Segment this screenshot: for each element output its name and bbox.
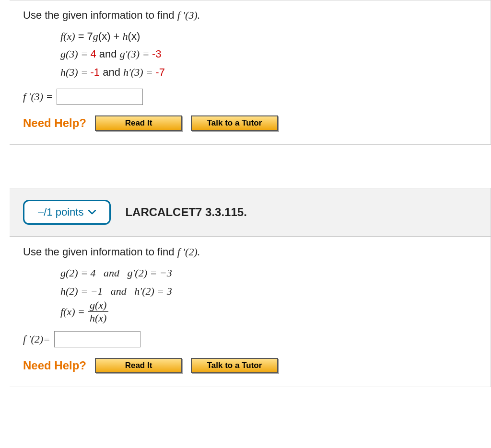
value-neg7: -7: [155, 66, 165, 78]
question-2-instruction: Use the given information to find f ′(2)…: [23, 246, 477, 258]
talk-to-tutor-button[interactable]: Talk to a Tutor: [191, 358, 278, 373]
value-4: 4: [91, 48, 96, 60]
given-line-1: g(2) = 4 and g′(2) = −3: [60, 264, 477, 282]
answer-row-2: f ′(2)=: [23, 331, 477, 347]
value-neg1: -1: [91, 66, 100, 78]
talk-to-tutor-button[interactable]: Talk to a Tutor: [191, 115, 278, 131]
instruction-text: Use the given information to find: [23, 9, 177, 21]
and: and: [96, 48, 120, 60]
chevron-down-icon: [88, 210, 96, 215]
plus: +: [111, 30, 123, 42]
answer-label: f ′(2)=: [23, 333, 50, 345]
fraction-denominator: h(x): [88, 312, 108, 323]
instruction-target: f ′(3).: [177, 9, 200, 21]
question-1-instruction: Use the given information to find f ′(3)…: [23, 9, 477, 22]
help-row-2: Need Help? Read It Talk to a Tutor: [23, 358, 477, 373]
instruction-text: Use the given information to find: [23, 246, 177, 258]
g: g: [93, 30, 98, 42]
gprime3: g′(3) =: [120, 48, 152, 60]
question-2-header: –/1 points LARCALCET7 3.3.115.: [10, 188, 491, 237]
given-line-3: h(3) = -1 and h′(3) = -7: [60, 63, 477, 81]
answer-row-1: f ′(3) =: [23, 89, 477, 105]
points-text: –/1 points: [38, 206, 83, 218]
need-help-label: Need Help?: [23, 116, 86, 130]
question-2-card: Use the given information to find f ′(2)…: [10, 237, 491, 387]
given-line-1: f(x) = 7g(x) + h(x): [60, 27, 477, 45]
question-1-card: Use the given information to find f ′(3)…: [10, 0, 491, 145]
answer-input-q1[interactable]: [57, 89, 143, 105]
read-it-button[interactable]: Read It: [95, 115, 182, 131]
instruction-target: f ′(2).: [177, 246, 200, 258]
h3: h(3) =: [60, 66, 91, 78]
eq: = 7: [75, 30, 93, 42]
hprime3: h′(3) =: [123, 66, 155, 78]
help-row-1: Need Help? Read It Talk to a Tutor: [23, 115, 477, 131]
hx: (x): [128, 30, 140, 42]
given-line-3: f(x) = g(x) h(x): [60, 300, 477, 323]
fx-equals: f(x) =: [60, 303, 85, 321]
gx: (x): [98, 30, 111, 42]
given-line-2: h(2) = −1 and h′(2) = 3: [60, 282, 477, 300]
fraction: g(x) h(x): [88, 300, 108, 323]
g3: g(3) =: [60, 48, 91, 60]
value-neg3: -3: [152, 48, 162, 60]
question-2-given: g(2) = 4 and g′(2) = −3 h(2) = −1 and h′…: [60, 264, 477, 323]
answer-input-q2[interactable]: [54, 331, 140, 347]
fx: f(x): [60, 30, 75, 42]
points-pill[interactable]: –/1 points: [23, 200, 111, 225]
need-help-label: Need Help?: [23, 359, 86, 372]
given-line-2: g(3) = 4 and g′(3) = -3: [60, 45, 477, 63]
answer-label: f ′(3) =: [23, 91, 53, 103]
read-it-button[interactable]: Read It: [95, 358, 182, 373]
question-1-given: f(x) = 7g(x) + h(x) g(3) = 4 and g′(3) =…: [60, 27, 477, 81]
question-reference: LARCALCET7 3.3.115.: [125, 206, 246, 219]
h: h: [123, 30, 128, 42]
and: and: [100, 66, 123, 78]
fraction-numerator: g(x): [88, 300, 108, 312]
